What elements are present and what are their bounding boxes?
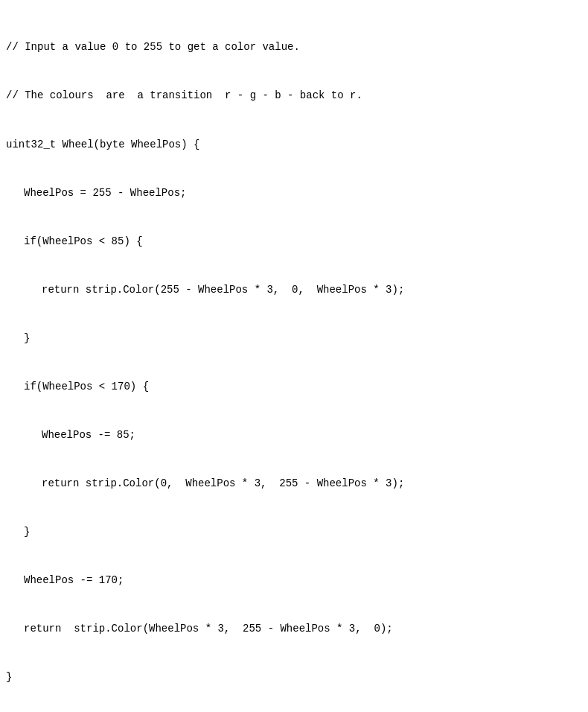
code-line-9: WheelPos -= 85; [6, 427, 582, 444]
code-line-12: WheelPos -= 170; [6, 573, 582, 589]
code-line-10: return strip.Color(0, WheelPos * 3, 255 … [6, 476, 582, 492]
code-line-1: // Input a value 0 to 255 to get a color… [6, 39, 582, 56]
code-line-3: uint32_t Wheel(byte WheelPos) { [6, 137, 582, 153]
code-line-8: if(WheelPos < 170) { [6, 379, 582, 395]
page-container: // Input a value 0 to 255 to get a color… [0, 0, 588, 712]
code-line-14: } [6, 670, 582, 686]
code-line-2: // The colours are a transition r - g - … [6, 88, 582, 104]
code-line-4: WheelPos = 255 - WheelPos; [6, 185, 582, 202]
code-block: // Input a value 0 to 255 to get a color… [6, 7, 582, 712]
code-line-11: } [6, 524, 582, 541]
code-line-13: return strip.Color(WheelPos * 3, 255 - W… [6, 621, 582, 638]
code-line-5: if(WheelPos < 85) { [6, 234, 582, 250]
code-line-7: } [6, 331, 582, 347]
code-line-6: return strip.Color(255 - WheelPos * 3, 0… [6, 282, 582, 299]
